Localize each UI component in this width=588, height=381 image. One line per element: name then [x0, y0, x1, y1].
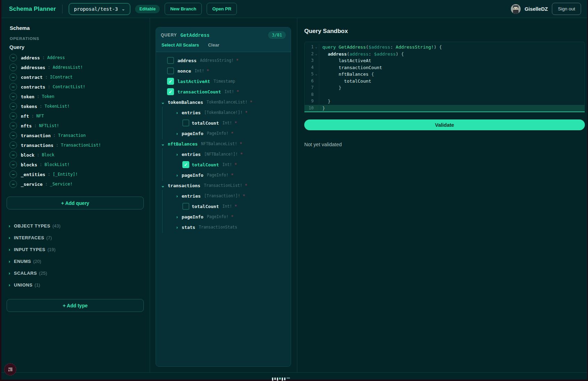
- remove-field-icon[interactable]: −: [9, 122, 17, 130]
- id-card-icon: [8, 367, 13, 372]
- validate-button[interactable]: Validate: [304, 119, 585, 130]
- remove-field-icon[interactable]: −: [9, 112, 17, 120]
- field-row[interactable]: ⌄nftBalancesNFTBalanceList!*: [160, 139, 287, 149]
- field-row[interactable]: ›pageInfoPageInfo!*: [160, 212, 287, 222]
- type-section-unions[interactable]: ›UNIONS(1): [7, 279, 144, 291]
- chevron-right-icon[interactable]: ›: [175, 152, 180, 157]
- field-row[interactable]: totalCountInt!*: [160, 201, 287, 212]
- code-line[interactable]: 4 transactionCount: [305, 64, 585, 71]
- sidebar-query-field[interactable]: −address:Address: [7, 53, 144, 63]
- sidebar-query-field[interactable]: −contracts:ContractList!: [7, 82, 144, 92]
- sidebar-query-field[interactable]: −tokens:TokenList!: [7, 101, 144, 111]
- chevron-right-icon[interactable]: ›: [175, 225, 180, 230]
- field-checkbox[interactable]: ✓: [182, 161, 189, 168]
- code-line[interactable]: 8: [305, 91, 585, 98]
- add-type-button[interactable]: + Add type: [7, 299, 144, 312]
- sidebar-query-field[interactable]: −_entities:[_Entity]!: [7, 169, 144, 179]
- field-checkbox[interactable]: ✓: [167, 78, 174, 85]
- field-checkbox[interactable]: [182, 119, 189, 126]
- type-section-input-types[interactable]: ›INPUT TYPES(19): [7, 243, 144, 255]
- type-section-scalars[interactable]: ›SCALARS(25): [7, 267, 144, 279]
- field-row[interactable]: ✓transactionCountInt!*: [160, 86, 287, 97]
- remove-field-icon[interactable]: −: [9, 151, 17, 159]
- type-section-enums[interactable]: ›ENUMS(20): [7, 255, 144, 267]
- code-line[interactable]: 6 totalCount: [305, 78, 585, 85]
- open-pr-button[interactable]: Open PR: [207, 3, 237, 15]
- add-query-button[interactable]: + Add query: [7, 197, 144, 209]
- field-checkbox[interactable]: ✓: [167, 88, 174, 95]
- field-row[interactable]: ›entries[NFTBalance!]!*: [160, 149, 287, 159]
- chevron-right-icon[interactable]: ›: [175, 173, 180, 178]
- remove-field-icon[interactable]: −: [9, 161, 17, 168]
- remove-field-icon[interactable]: −: [9, 132, 17, 139]
- remove-field-icon[interactable]: −: [9, 141, 17, 149]
- remove-field-icon[interactable]: −: [9, 54, 17, 61]
- chevron-down-icon[interactable]: ⌄: [160, 141, 165, 147]
- sidebar-query-field[interactable]: −addresses:AddressList!: [7, 63, 144, 72]
- fold-icon: [314, 105, 319, 112]
- sidebar-query-field[interactable]: −nft:NFT: [7, 111, 144, 121]
- fold-icon[interactable]: ⌄: [314, 71, 319, 78]
- new-branch-button[interactable]: New Branch: [165, 3, 202, 15]
- chevron-right-icon[interactable]: ›: [175, 131, 180, 136]
- signout-button[interactable]: Sign out: [552, 3, 581, 15]
- fold-icon[interactable]: ⌄: [314, 51, 319, 58]
- remove-field-icon[interactable]: −: [9, 171, 17, 178]
- code-line[interactable]: 5⌄ nftBalances {: [305, 71, 585, 78]
- clear-link[interactable]: Clear: [208, 42, 220, 48]
- field-row[interactable]: ›pageInfoPageInfo!*: [160, 170, 287, 180]
- field-row[interactable]: nonceInt!*: [160, 66, 287, 76]
- field-row[interactable]: addressAddressString!*: [160, 55, 287, 66]
- field-row[interactable]: ⌄transactionsTransactionList!*: [160, 180, 287, 191]
- sidebar-query-field[interactable]: −block:Block: [7, 150, 144, 160]
- field-checkbox[interactable]: [182, 203, 189, 210]
- field-row[interactable]: ›pageInfoPageInfo!*: [160, 128, 287, 139]
- chevron-down-icon[interactable]: ⌄: [160, 183, 165, 188]
- select-all-scalars-link[interactable]: Select All Scalars: [162, 42, 199, 48]
- type-section-object-types[interactable]: ›OBJECT TYPES(43): [7, 220, 144, 232]
- field-row[interactable]: ›entries[Transaction!]!*: [160, 191, 287, 201]
- remove-field-icon[interactable]: −: [9, 93, 17, 100]
- field-row[interactable]: ›statsTransactionStats: [160, 222, 287, 232]
- field-type: Int!: [194, 68, 204, 73]
- sidebar-query-field[interactable]: −_service:_Service!: [7, 179, 144, 189]
- chevron-down-icon[interactable]: ⌄: [160, 100, 165, 105]
- field-checkbox[interactable]: [167, 67, 174, 74]
- remove-field-icon[interactable]: −: [9, 83, 17, 91]
- chevron-right-icon[interactable]: ›: [175, 110, 180, 115]
- sidebar-query-field[interactable]: −token:Token: [7, 92, 144, 101]
- code-line[interactable]: 10}: [305, 105, 585, 112]
- field-separator: :: [34, 123, 36, 128]
- field-row[interactable]: ›entries[TokenBalance!]!*: [160, 107, 287, 118]
- sidebar-query-field[interactable]: −nfts:NFTList!: [7, 121, 144, 131]
- field-checkbox[interactable]: [167, 57, 174, 64]
- fold-icon: [314, 98, 319, 105]
- code-line[interactable]: 1⌄query GetAddress($address: AddressStri…: [305, 44, 585, 51]
- field-row[interactable]: ✓lastActiveAtTimestamp: [160, 76, 287, 86]
- code-editor[interactable]: 1⌄query GetAddress($address: AddressStri…: [304, 42, 585, 112]
- remove-field-icon[interactable]: −: [9, 180, 17, 188]
- field-row[interactable]: ⌄tokenBalancesTokenBalanceList!*: [160, 97, 287, 107]
- chevron-right-icon[interactable]: ›: [175, 214, 180, 220]
- code-line[interactable]: 9 }: [305, 98, 585, 105]
- fold-icon[interactable]: ⌄: [314, 44, 319, 51]
- sidebar-query-field[interactable]: −blocks:BlockList!: [7, 160, 144, 169]
- code-line[interactable]: 7 }: [305, 84, 585, 91]
- type-section-label: OBJECT TYPES: [14, 223, 50, 229]
- dev-tools-fab[interactable]: [4, 363, 16, 375]
- remove-field-icon[interactable]: −: [9, 102, 17, 110]
- sidebar-query-field[interactable]: −contract:IContract: [7, 72, 144, 82]
- branch-select[interactable]: proposal/test-3 ⌄: [69, 3, 130, 15]
- code-line[interactable]: 2⌄ address(address: $address) {: [305, 51, 585, 58]
- chevron-right-icon[interactable]: ›: [175, 193, 180, 199]
- remove-field-icon[interactable]: −: [9, 64, 17, 71]
- type-section-interfaces[interactable]: ›INTERFACES(7): [7, 232, 144, 243]
- sidebar-query-field[interactable]: −transactions:TransactionList!: [7, 140, 144, 150]
- remove-field-icon[interactable]: −: [9, 73, 17, 81]
- sidebar-query-field[interactable]: −transaction:Transaction: [7, 131, 144, 140]
- field-type: Token: [42, 94, 54, 99]
- field-row[interactable]: totalCountInt!*: [160, 118, 287, 128]
- code-line[interactable]: 3 lastActiveAt: [305, 57, 585, 64]
- field-row[interactable]: ✓totalCountInt!*: [160, 159, 287, 170]
- field-name: address: [177, 58, 197, 63]
